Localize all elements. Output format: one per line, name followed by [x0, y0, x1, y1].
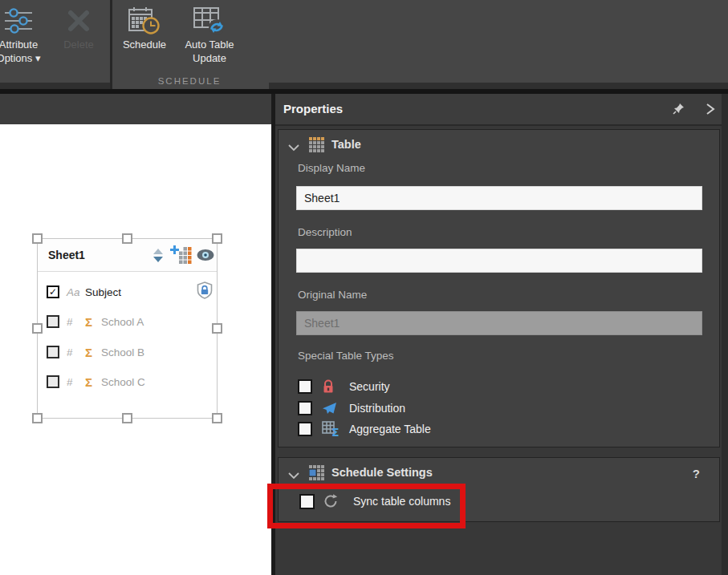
schedule-label: Schedule — [117, 38, 172, 51]
field-row-subject[interactable]: ✓ Aa Subject — [47, 284, 121, 300]
sort-toggle[interactable] — [153, 239, 163, 271]
security-type-row: Security — [298, 379, 390, 395]
ribbon-group-label: SCHEDULE — [110, 76, 269, 86]
table-section: Table Display Name Description Original … — [278, 129, 720, 447]
attribute-options-label-line2: Options ▾ — [0, 52, 40, 64]
canvas-header-strip — [0, 94, 271, 124]
delete-label: Delete — [55, 38, 103, 51]
ribbon-group-divider — [110, 0, 112, 89]
svg-text:Σ: Σ — [331, 426, 340, 437]
security-shield-lock-icon[interactable] — [196, 281, 214, 302]
field-name: School C — [101, 376, 145, 388]
selection-handle[interactable] — [212, 413, 222, 423]
selection-handle[interactable] — [32, 323, 43, 334]
description-input[interactable] — [296, 249, 702, 273]
lock-icon — [322, 379, 343, 394]
properties-panel-header: Properties — [275, 94, 728, 126]
sort-down-icon — [153, 257, 163, 262]
field-name: School A — [101, 316, 144, 328]
schedule-button[interactable]: Schedule — [117, 4, 172, 51]
table-card-title: Sheet1 — [48, 239, 85, 271]
sliders-icon — [0, 4, 47, 38]
eye-icon — [196, 249, 215, 261]
attribute-options-button[interactable]: Attribute Options ▾ — [0, 4, 47, 65]
ribbon-shade — [269, 83, 728, 89]
add-columns-button[interactable] — [169, 239, 192, 271]
school-c-checkbox[interactable] — [47, 375, 59, 388]
school-a-checkbox[interactable] — [47, 315, 59, 328]
selection-handle[interactable] — [212, 233, 222, 244]
delete-x-icon — [55, 4, 103, 38]
auto-table-update-label-line1: Auto Table — [185, 38, 234, 51]
table-section-collapse[interactable] — [288, 140, 299, 155]
school-b-checkbox[interactable] — [47, 346, 59, 358]
auto-table-update-label-line2: Update — [193, 52, 226, 64]
schedule-table-icon — [309, 465, 325, 484]
ribbon-shade — [0, 83, 110, 89]
aggregate-table-type-row: Σ Aggregate Table — [298, 421, 431, 437]
special-table-types-label: Special Table Types — [298, 350, 394, 362]
original-name-label: Original Name — [298, 289, 367, 301]
aggregate-table-label: Aggregate Table — [349, 423, 431, 435]
field-row-school-b[interactable]: # Σ School B — [47, 344, 144, 360]
aggregate-table-checkbox[interactable] — [298, 422, 312, 436]
pin-button[interactable] — [673, 103, 685, 118]
table-refresh-icon — [177, 4, 242, 38]
security-checkbox[interactable] — [298, 379, 312, 394]
selection-handle[interactable] — [122, 233, 132, 244]
field-name: Subject — [85, 286, 121, 298]
sigma-icon: Σ — [85, 375, 101, 389]
checkmark: ✓ — [49, 287, 57, 297]
attribute-options-label-line1: Attribute — [0, 38, 38, 51]
schedule-settings-collapse[interactable] — [288, 468, 299, 483]
field-row-school-c[interactable]: # Σ School C — [47, 374, 145, 390]
app-window: Attribute Options ▾ Delete — [0, 0, 728, 575]
sort-up-icon — [153, 249, 163, 254]
schedule-settings-title: Schedule Settings — [331, 466, 433, 479]
display-name-label: Display Name — [298, 162, 365, 174]
panel-title: Properties — [283, 94, 343, 124]
chevron-down-icon — [288, 144, 299, 152]
field-row-school-a[interactable]: # Σ School A — [47, 314, 144, 330]
auto-table-update-button[interactable]: Auto Table Update — [177, 4, 242, 65]
distribution-checkbox[interactable] — [298, 401, 312, 415]
text-type-glyph: Aa — [67, 286, 85, 298]
field-name: School B — [101, 346, 144, 358]
number-type-glyph: # — [67, 316, 85, 328]
table-card-header: Sheet1 — [38, 239, 217, 272]
table-grid-icon — [309, 137, 325, 156]
chevron-right-icon — [706, 103, 715, 115]
panel-right-gutter — [722, 94, 728, 575]
help-icon[interactable]: ? — [693, 467, 700, 480]
delete-button[interactable]: Delete — [55, 4, 103, 51]
distribution-type-row: Distribution — [298, 400, 405, 416]
ribbon: Attribute Options ▾ Delete — [0, 0, 728, 89]
number-type-glyph: # — [67, 376, 85, 388]
original-name-input — [296, 311, 702, 335]
paper-plane-icon — [322, 402, 343, 415]
collapse-panel-button[interactable] — [706, 103, 715, 119]
selection-handle[interactable] — [32, 233, 43, 244]
number-type-glyph: # — [67, 346, 85, 358]
sigma-icon: Σ — [85, 346, 101, 359]
table-card-sheet1[interactable]: Sheet1 — [37, 238, 218, 419]
table-section-title: Table — [331, 138, 361, 151]
description-label: Description — [298, 226, 352, 238]
pin-icon — [673, 103, 685, 115]
selection-handle[interactable] — [122, 413, 132, 423]
schedule-calendar-icon — [117, 4, 172, 38]
chevron-down-icon — [288, 472, 299, 480]
distribution-label: Distribution — [349, 402, 405, 415]
display-name-input[interactable] — [296, 186, 702, 210]
subject-checkbox[interactable]: ✓ — [47, 285, 59, 298]
selection-handle[interactable] — [212, 323, 222, 334]
security-label: Security — [349, 380, 390, 393]
visibility-button[interactable] — [196, 239, 215, 271]
aggregate-table-icon: Σ — [322, 421, 343, 437]
sigma-icon: Σ — [85, 315, 101, 329]
add-columns-grid-icon — [169, 245, 192, 265]
selection-handle[interactable] — [32, 413, 43, 423]
highlight-rectangle — [267, 484, 466, 528]
